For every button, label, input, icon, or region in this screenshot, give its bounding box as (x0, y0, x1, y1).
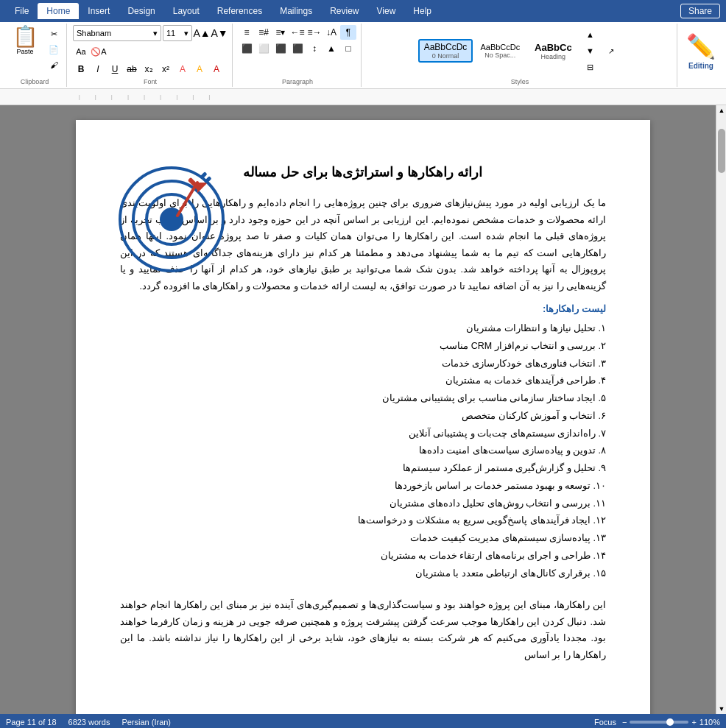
numbered-list: ۱. تحلیل نیازها و انتظارات مشتریان ۲. بر… (120, 320, 606, 582)
show-hide-button[interactable]: ¶ (340, 25, 356, 40)
tab-references[interactable]: References (208, 3, 271, 19)
font-name-selector[interactable]: Shabnam ▾ (73, 25, 161, 41)
align-right-button[interactable]: ⬛ (272, 41, 289, 56)
styles-group: AaBbCcDc 0 Normal AaBbCcDc No Spac... Aa… (363, 24, 677, 87)
font-size-dropdown-icon[interactable]: ▾ (184, 29, 188, 38)
styles-dialog-launcher-button[interactable]: ↗ (601, 46, 621, 57)
ribbon-tab-list: File Home Insert Design Layout Reference… (0, 0, 726, 22)
list-item: ۱۲. ایجاد فرآیندهای پاسخ‌گویی سریع به مش… (120, 512, 606, 530)
align-center-button[interactable]: ⬜ (255, 41, 272, 56)
styles-scroll-up-button[interactable]: ▲ (582, 27, 598, 42)
ruler-marks: | | | | | | | | | (74, 93, 210, 100)
font-size-selector[interactable]: 11 ▾ (163, 25, 192, 41)
tab-insert[interactable]: Insert (79, 3, 119, 19)
focus-button[interactable]: Focus (594, 718, 616, 727)
highlight-color-button[interactable]: A (191, 62, 208, 77)
format-painter-button[interactable]: 🖌 (46, 57, 62, 72)
list-item: ۶. انتخاب و آموزش کارکنان متخصص (120, 408, 606, 425)
tab-file[interactable]: File (6, 3, 38, 19)
list-item: ۹. تحلیل و گزارش‌گیری مستمر از عملکرد سی… (120, 460, 606, 478)
tab-design[interactable]: Design (119, 3, 163, 19)
word-count: 6823 words (68, 718, 110, 727)
bold-button[interactable]: B (73, 62, 89, 77)
increase-font-button[interactable]: A▲ (194, 26, 210, 40)
zoom-in-button[interactable]: + (691, 718, 696, 727)
italic-button[interactable]: I (90, 62, 106, 77)
zoom-controls: − + 110% (622, 718, 720, 727)
subscript-button[interactable]: x₂ (141, 62, 157, 77)
paste-label: Paste (16, 48, 33, 55)
decrease-indent-button[interactable]: ←≡ (289, 25, 306, 40)
list-item: ۱۴. طراحی و اجرای برنامه‌های ارتقاء خدما… (120, 548, 606, 565)
cut-button[interactable]: ✂ (46, 26, 62, 41)
underline-button[interactable]: U (107, 62, 123, 77)
scroll-thumb[interactable] (718, 129, 725, 173)
numbering-button[interactable]: ≡# (255, 25, 272, 40)
font-size-value: 11 (166, 29, 175, 38)
increase-indent-button[interactable]: ≡→ (306, 25, 323, 40)
style-no-spacing[interactable]: AaBbCcDc No Spac... (474, 40, 526, 62)
text-effects-button[interactable]: A (175, 62, 191, 77)
style-normal[interactable]: AaBbCcDc 0 Normal (418, 39, 473, 63)
ribbon-tabs-bar: File Home Insert Design Layout Reference… (0, 0, 726, 22)
change-case-button[interactable]: Aa (73, 44, 89, 59)
style-normal-label: 0 Normal (424, 52, 468, 60)
style-heading-label: Heading (533, 53, 573, 60)
line-spacing-button[interactable]: ↕ (306, 41, 323, 56)
ribbon-bar: 📋 Paste ✂ 📄 🖌 Clipboard Shabnam ▾ 11 ▾ (0, 22, 726, 89)
borders-button[interactable]: □ (340, 41, 356, 56)
sort-button[interactable]: ↓A (323, 25, 339, 40)
clipboard-group: 📋 Paste ✂ 📄 🖌 Clipboard (3, 24, 67, 87)
font-label: Font (68, 78, 232, 85)
shading-button[interactable]: ▲ (323, 41, 339, 56)
tab-help[interactable]: Help (404, 3, 440, 19)
style-no-spacing-label: No Spac... (480, 52, 520, 59)
font-color-button[interactable]: A (208, 62, 225, 77)
ruler: | | | | | | | | | (0, 89, 726, 105)
zoom-out-button[interactable]: − (622, 718, 627, 727)
tab-mailings[interactable]: Mailings (271, 3, 321, 19)
clear-formatting-button[interactable]: 🚫A (91, 44, 107, 59)
font-group: Shabnam ▾ 11 ▾ A▲ A▼ Aa 🚫A B I U ab x₂ (68, 24, 233, 87)
list-item: ۱۰. توسعه و بهبود مستمر خدمات بر اساس با… (120, 478, 606, 495)
tab-layout[interactable]: Layout (164, 3, 208, 19)
language: Persian (Iran) (121, 718, 171, 727)
styles-gallery: AaBbCcDc 0 Normal AaBbCcDc No Spac... Aa… (418, 39, 579, 63)
zoom-slider[interactable] (630, 721, 688, 724)
tab-review[interactable]: Review (321, 3, 367, 19)
clipboard-label: Clipboard (3, 78, 66, 85)
style-no-spacing-text: AaBbCcDc (480, 43, 520, 52)
styles-expand-button[interactable]: ⊟ (582, 60, 598, 74)
copy-button[interactable]: 📄 (46, 42, 62, 57)
share-button[interactable]: Share (680, 4, 720, 18)
bullets-button[interactable]: ≡ (239, 25, 255, 40)
styles-scroll-down-button[interactable]: ▼ (582, 43, 598, 58)
doc-image (113, 160, 230, 278)
page-info: Page 11 of 18 (6, 718, 57, 727)
styles-label: Styles (363, 78, 677, 85)
paste-button[interactable]: 📋 Paste (7, 25, 43, 57)
scroll-arrow-up-icon[interactable]: ▲ (718, 107, 725, 114)
editing-group: ✏️ Editing (679, 24, 723, 87)
align-left-button[interactable]: ⬛ (239, 41, 255, 56)
decrease-font-button[interactable]: A▼ (211, 26, 228, 40)
justify-button[interactable]: ⬛ (289, 41, 306, 56)
strikethrough-button[interactable]: ab (124, 62, 140, 77)
doc-page[interactable]: ارائه راهکارها و استراتژی‌ها برای حل مسا… (76, 120, 650, 714)
font-name-dropdown-icon[interactable]: ▾ (153, 29, 158, 38)
list-item: ۱. تحلیل نیازها و انتظارات مشتریان (120, 320, 606, 338)
style-normal-text: AaBbCcDc (424, 42, 468, 52)
editing-label[interactable]: Editing (688, 62, 713, 70)
list-title: لیست راهکارها: (120, 303, 606, 314)
paragraph-label: Paragraph (234, 78, 361, 85)
multilevel-list-button[interactable]: ≡▾ (272, 25, 289, 40)
style-heading1[interactable]: AaBbCc Heading (527, 39, 579, 63)
tab-view[interactable]: View (368, 3, 405, 19)
vertical-scrollbar[interactable]: ▲ ▼ (716, 105, 726, 714)
tab-home[interactable]: Home (38, 3, 79, 19)
list-item: ۱۱. بررسی و انتخاب روش‌های تحلیل داده‌ها… (120, 495, 606, 513)
scroll-arrow-down-icon[interactable]: ▼ (718, 705, 725, 713)
list-item: ۷. راه‌اندازی سیستم‌های چت‌بات و پشتیبان… (120, 425, 606, 443)
superscript-button[interactable]: x² (158, 62, 174, 77)
list-item: ۲. بررسی و انتخاب نرم‌افزار CRM مناسب (120, 338, 606, 356)
